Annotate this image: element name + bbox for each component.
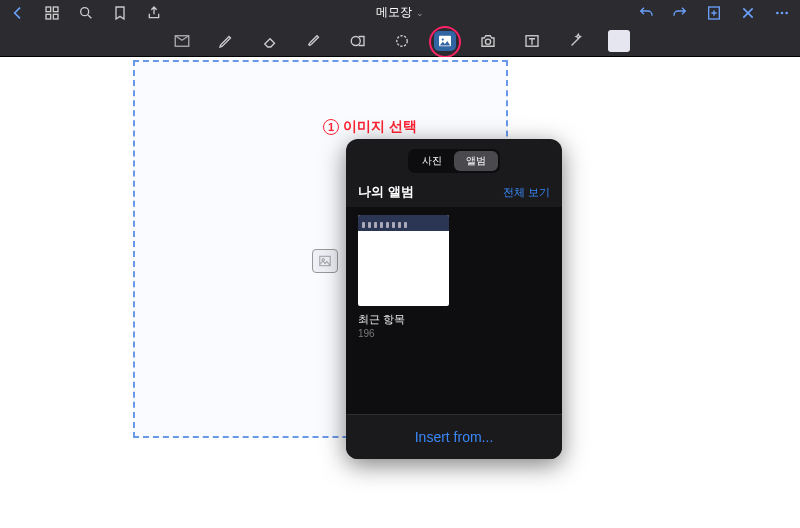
insert-from-button[interactable]: Insert from...	[346, 414, 562, 459]
shape-tool-icon[interactable]	[346, 29, 370, 53]
album-grid: 최근 항목 196	[346, 207, 562, 414]
page-title[interactable]: 메모장⌄	[376, 4, 424, 21]
album-thumbnail[interactable]	[358, 215, 449, 306]
annotation-step-1: 1 이미지 선택	[323, 118, 417, 136]
top-menu-bar: 메모장⌄	[0, 0, 800, 25]
svg-point-13	[442, 38, 444, 40]
svg-point-4	[81, 7, 89, 15]
close-icon[interactable]	[740, 5, 756, 21]
popover-heading: 나의 앨범	[358, 183, 414, 201]
segment-photos[interactable]: 사진	[410, 151, 454, 171]
segment-albums[interactable]: 앨범	[454, 151, 498, 171]
chevron-down-icon: ⌄	[416, 8, 424, 18]
document-canvas[interactable]: 1 이미지 선택 2 스티커 이미지 선택 사진 앨범 나의 앨범 전체 보기	[0, 57, 800, 528]
svg-point-14	[485, 39, 490, 44]
date-stamp-tool-icon[interactable]	[608, 30, 630, 52]
grid-icon[interactable]	[44, 5, 60, 21]
segment-control: 사진 앨범	[408, 149, 500, 173]
svg-point-11	[397, 35, 408, 46]
wand-tool-icon[interactable]	[564, 29, 588, 53]
image-placeholder-icon[interactable]	[312, 249, 338, 273]
bookmark-icon[interactable]	[112, 5, 128, 21]
svg-point-7	[781, 11, 784, 14]
view-tool-icon[interactable]	[170, 29, 194, 53]
text-tool-icon[interactable]	[520, 29, 544, 53]
album-title: 최근 항목	[358, 312, 550, 327]
camera-tool-icon[interactable]	[476, 29, 500, 53]
eraser-tool-icon[interactable]	[258, 29, 282, 53]
svg-point-8	[785, 11, 788, 14]
tool-bar	[0, 25, 800, 57]
undo-icon[interactable]	[638, 5, 654, 21]
back-icon[interactable]	[10, 5, 26, 21]
svg-rect-0	[46, 7, 51, 12]
svg-point-10	[351, 36, 360, 45]
share-icon[interactable]	[146, 5, 162, 21]
svg-rect-3	[53, 14, 58, 19]
highlighter-tool-icon[interactable]	[302, 29, 326, 53]
search-icon[interactable]	[78, 5, 94, 21]
more-icon[interactable]	[774, 5, 790, 21]
redo-icon[interactable]	[672, 5, 688, 21]
image-tool-icon[interactable]	[434, 31, 456, 51]
svg-rect-1	[53, 7, 58, 12]
album-count: 196	[358, 328, 550, 339]
see-all-link[interactable]: 전체 보기	[503, 185, 550, 200]
pen-tool-icon[interactable]	[214, 29, 238, 53]
new-page-icon[interactable]	[706, 5, 722, 21]
svg-point-6	[776, 11, 779, 14]
image-picker-popover: 사진 앨범 나의 앨범 전체 보기 최근 항목 196 Insert from.…	[346, 139, 562, 459]
lasso-tool-icon[interactable]	[390, 29, 414, 53]
svg-rect-2	[46, 14, 51, 19]
